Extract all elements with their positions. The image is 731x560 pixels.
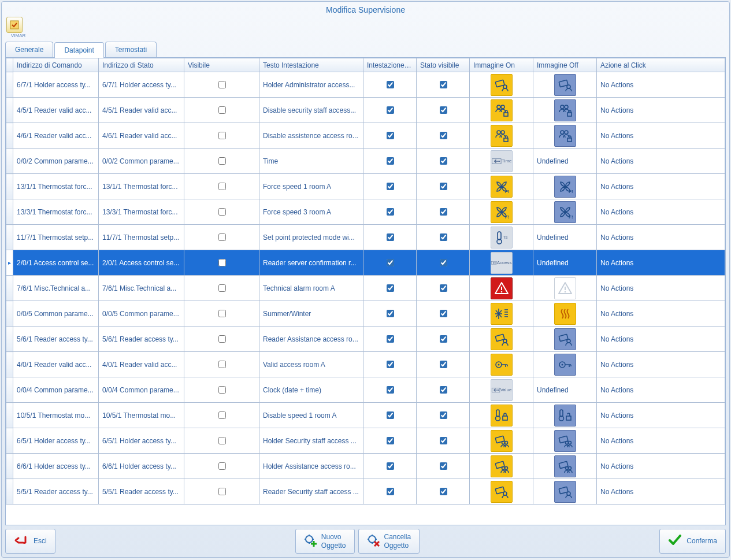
table-row[interactable]: 0/0/2 Common parame...0/0/2 Common param…: [6, 149, 725, 174]
cell-command-address[interactable]: 11/7/1 Thermostat setp...: [13, 225, 99, 250]
visible-checkbox[interactable]: [218, 233, 226, 241]
visible-checkbox[interactable]: [218, 208, 226, 216]
state-visible-checkbox[interactable]: [440, 157, 447, 165]
cell-command-address[interactable]: 6/5/1 Holder access ty...: [13, 428, 99, 454]
col-heading-text[interactable]: Testo Intestazione: [259, 58, 363, 72]
cell-visible[interactable]: [184, 276, 259, 301]
cell-status-address[interactable]: 0/0/4 Common parame...: [99, 377, 184, 403]
cell-image-on[interactable]: [470, 301, 533, 327]
cell-image-on[interactable]: [470, 98, 533, 123]
delete-object-button[interactable]: CancellaOggetto: [358, 529, 420, 554]
cell-state-visible[interactable]: [417, 454, 470, 479]
cell-heading-text[interactable]: Holder Administrator access...: [259, 72, 363, 98]
cell-image-on[interactable]: Value: [470, 377, 533, 403]
cell-status-address[interactable]: 7/6/1 Misc.Technical a...: [99, 276, 184, 301]
cell-state-visible[interactable]: [417, 327, 470, 352]
heading-visible-checkbox[interactable]: [387, 386, 394, 394]
heading-visible-checkbox[interactable]: [387, 233, 394, 241]
cell-heading-visible[interactable]: [363, 352, 417, 377]
cell-heading-visible[interactable]: [363, 327, 417, 352]
cell-image-on[interactable]: [470, 403, 533, 428]
cell-image-on[interactable]: [470, 352, 533, 377]
cell-visible[interactable]: [184, 72, 259, 98]
heading-visible-checkbox[interactable]: [387, 183, 394, 190]
cell-visible[interactable]: [184, 149, 259, 174]
cell-command-address[interactable]: 0/0/5 Common parame...: [13, 301, 99, 327]
state-visible-checkbox[interactable]: [440, 132, 447, 139]
cell-state-visible[interactable]: [417, 149, 470, 174]
cell-image-on[interactable]: [470, 428, 533, 454]
cell-image-off[interactable]: [533, 454, 597, 479]
cell-state-visible[interactable]: [417, 301, 470, 327]
heading-visible-checkbox[interactable]: [387, 437, 394, 444]
visible-checkbox[interactable]: [218, 106, 226, 114]
col-click-action[interactable]: Azione al Click: [597, 58, 725, 72]
cell-heading-visible[interactable]: [363, 98, 417, 123]
cell-image-on[interactable]: [470, 327, 533, 352]
cell-click-action[interactable]: No Actions: [597, 149, 725, 174]
exit-button[interactable]: Esci: [5, 529, 55, 554]
heading-visible-checkbox[interactable]: [387, 284, 394, 292]
cell-state-visible[interactable]: [417, 98, 470, 123]
col-visible[interactable]: Visibile: [184, 58, 259, 72]
cell-click-action[interactable]: No Actions: [597, 479, 725, 505]
cell-heading-text[interactable]: Summer/Winter: [259, 301, 363, 327]
new-object-button[interactable]: NuovoOggetto: [295, 529, 355, 554]
cell-image-off-undefined[interactable]: Undefined: [533, 377, 597, 403]
cell-image-on[interactable]: [470, 479, 533, 505]
cell-click-action[interactable]: No Actions: [597, 301, 725, 327]
confirm-button[interactable]: Conferma: [659, 529, 726, 554]
cell-visible[interactable]: [184, 377, 259, 403]
table-row[interactable]: 13/3/1 Thermostat forc...13/3/1 Thermost…: [6, 199, 725, 225]
table-row[interactable]: 4/5/1 Reader valid acc...4/5/1 Reader va…: [6, 98, 725, 123]
cell-status-address[interactable]: 0/0/2 Common parame...: [99, 149, 184, 174]
state-visible-checkbox[interactable]: [440, 310, 447, 317]
cell-heading-visible[interactable]: [363, 301, 417, 327]
cell-image-off[interactable]: [533, 327, 597, 352]
cell-heading-text[interactable]: Force speed 3 room A: [259, 199, 363, 225]
visible-checkbox[interactable]: [218, 310, 226, 317]
cell-image-on[interactable]: [470, 72, 533, 98]
cell-visible[interactable]: [184, 327, 259, 352]
cell-image-on[interactable]: [470, 123, 533, 149]
cell-command-address[interactable]: 13/3/1 Thermostat forc...: [13, 199, 99, 225]
cell-visible[interactable]: [184, 225, 259, 250]
heading-visible-checkbox[interactable]: [387, 488, 394, 495]
cell-heading-visible[interactable]: [363, 479, 417, 505]
cell-command-address[interactable]: 0/0/4 Common parame...: [13, 377, 99, 403]
state-visible-checkbox[interactable]: [440, 233, 447, 241]
cell-click-action[interactable]: No Actions: [597, 98, 725, 123]
cell-heading-text[interactable]: Reader server confirmation r...: [259, 250, 363, 276]
visible-checkbox[interactable]: [218, 284, 226, 292]
cell-heading-visible[interactable]: [363, 174, 417, 199]
visible-checkbox[interactable]: [218, 462, 226, 470]
heading-visible-checkbox[interactable]: [387, 335, 394, 343]
cell-status-address[interactable]: 4/0/1 Reader valid acc...: [99, 352, 184, 377]
cell-click-action[interactable]: No Actions: [597, 225, 725, 250]
cell-image-off[interactable]: F!: [533, 199, 597, 225]
cell-heading-text[interactable]: Disable speed 1 room A: [259, 403, 363, 428]
visible-checkbox[interactable]: [218, 386, 226, 394]
cell-heading-text[interactable]: Disable assistence access ro...: [259, 123, 363, 149]
cell-status-address[interactable]: 10/5/1 Thermostat mo...: [99, 403, 184, 428]
cell-heading-text[interactable]: Disable security staff access...: [259, 98, 363, 123]
col-image-on[interactable]: Immagine On: [470, 58, 533, 72]
cell-image-off-undefined[interactable]: Undefined: [533, 149, 597, 174]
cell-image-off[interactable]: [533, 98, 597, 123]
cell-state-visible[interactable]: [417, 403, 470, 428]
cell-heading-visible[interactable]: [363, 428, 417, 454]
cell-click-action[interactable]: No Actions: [597, 327, 725, 352]
state-visible-checkbox[interactable]: [440, 361, 447, 368]
table-row[interactable]: 5/6/1 Reader access ty...5/6/1 Reader ac…: [6, 327, 725, 352]
col-status-address[interactable]: Indirizzo di Stato: [99, 58, 184, 72]
state-visible-checkbox[interactable]: [440, 208, 447, 216]
tab-datapoint[interactable]: Datapoint: [54, 42, 103, 58]
cell-image-off[interactable]: [533, 123, 597, 149]
state-visible-checkbox[interactable]: [440, 106, 447, 114]
cell-heading-visible[interactable]: [363, 72, 417, 98]
cell-image-on[interactable]: [470, 276, 533, 301]
cell-state-visible[interactable]: [417, 72, 470, 98]
table-row[interactable]: 13/1/1 Thermostat forc...13/1/1 Thermost…: [6, 174, 725, 199]
cell-command-address[interactable]: 4/6/1 Reader valid acc...: [13, 123, 99, 149]
cell-state-visible[interactable]: [417, 225, 470, 250]
